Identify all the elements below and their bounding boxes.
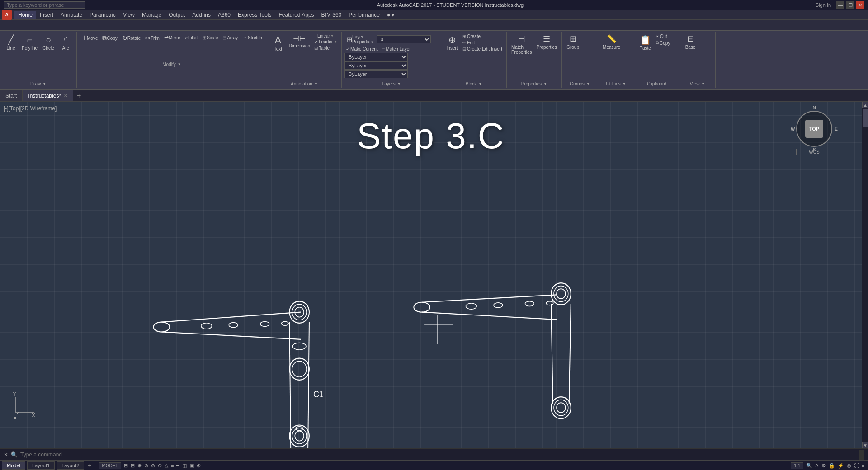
menu-annotate[interactable]: Annotate	[57, 11, 86, 19]
scroll-thumb[interactable]	[863, 109, 868, 127]
match-layer-button[interactable]: ≡ Match Layer	[381, 46, 412, 52]
osnap-icon: ⊘	[151, 463, 155, 469]
tab-start[interactable]: Start	[0, 90, 23, 101]
ribbon-group-view: ⊟ Base View ▼	[679, 32, 716, 88]
zoom-level-btn[interactable]: 1:1	[791, 462, 803, 469]
match-layer-icon: ≡	[382, 47, 385, 52]
rotate-button[interactable]: ↻ Rotate	[120, 33, 142, 43]
edit-button[interactable]: ✏ Edit	[461, 40, 504, 46]
linetype-select[interactable]: ByLayer	[344, 61, 408, 70]
compass-center[interactable]: TOP	[805, 120, 823, 138]
svg-point-6	[281, 321, 288, 325]
ribbon-group-view-inner: ⊟ Base	[681, 33, 713, 79]
table-button[interactable]: ⊞ Table	[313, 45, 339, 51]
menu-featured[interactable]: Featured Apps	[275, 11, 318, 19]
svg-point-25	[494, 303, 503, 308]
close-btn[interactable]: ✕	[856, 1, 864, 9]
menu-output[interactable]: Output	[165, 11, 189, 19]
scale-button[interactable]: ⊞ Scale	[200, 33, 220, 42]
array-button[interactable]: ⊟ Array	[221, 33, 240, 42]
command-close-btn[interactable]: ✕	[4, 451, 8, 458]
ui-lock-icon: 🔒	[829, 463, 835, 469]
xy-indicator: Y X	[9, 392, 36, 421]
linear-dropdown[interactable]: ⊣ Linear ▼	[313, 33, 339, 38]
hardware-accel-icon: ⚡	[838, 463, 844, 469]
line-button[interactable]: ╱ Line	[3, 33, 19, 52]
menu-view[interactable]: View	[119, 11, 138, 19]
insert-button[interactable]: ⊕ Insert	[444, 33, 460, 52]
svg-point-4	[229, 323, 238, 328]
trim-button[interactable]: ✂ Trim	[143, 33, 161, 43]
command-input[interactable]	[20, 451, 859, 458]
command-scrollbar[interactable]	[859, 450, 864, 460]
menu-bim[interactable]: BIM 360	[318, 11, 345, 19]
base-button[interactable]: ⊟ Base	[682, 33, 698, 51]
leader-button[interactable]: ↗ Leader ▼	[313, 39, 339, 45]
layer-properties-button[interactable]: ⊞ LayerProperties	[344, 33, 375, 45]
ribbon-group-block-inner: ⊕ Insert ⊞ Create ✏ Edit ⊟	[443, 33, 505, 79]
model-status-btn[interactable]: MODEL	[99, 462, 121, 469]
app: Autodesk AutoCAD 2017 - STUDENT VERSION …	[0, 0, 868, 470]
svg-point-34	[554, 400, 568, 416]
scroll-up-btn[interactable]: ▲	[862, 102, 868, 108]
scroll-track[interactable]	[862, 108, 868, 442]
edit-insert-button[interactable]: ⊟ Create Edit Insert	[461, 46, 504, 52]
add-layout-btn[interactable]: +	[86, 462, 93, 469]
minimize-btn[interactable]: —	[836, 1, 844, 9]
menu-insert[interactable]: Insert	[36, 11, 57, 19]
properties-button[interactable]: ☰ Properties	[535, 33, 559, 51]
menu-express[interactable]: Express Tools	[234, 11, 275, 19]
menu-manage[interactable]: Manage	[138, 11, 165, 19]
layout-tab-layout2[interactable]: Layout2	[57, 461, 84, 470]
sign-in-link[interactable]: Sign In	[816, 2, 831, 8]
svg-line-31	[551, 304, 553, 404]
fillet-button[interactable]: ⌐ Fillet	[183, 33, 199, 42]
color-select[interactable]: ByLayer	[344, 53, 408, 61]
annotation-col: ⊣ Linear ▼ ↗ Leader ▼ ⊞ Table	[313, 33, 339, 51]
mirror-button[interactable]: ⇌ Mirror	[162, 33, 182, 42]
layout-bar: Model Layout1 Layout2 + MODEL ⊞ ⊟ ⊕ ⊗ ⊘ …	[0, 460, 868, 470]
viewport-area: Start Instructables* ✕ + [-][Top][2D Wir…	[0, 90, 868, 470]
main-viewport[interactable]: [-][Top][2D Wireframe] Step 3.C	[0, 102, 862, 448]
layer-select[interactable]: 0	[377, 35, 431, 43]
circle-button[interactable]: ○ Circle	[40, 33, 57, 52]
create-button[interactable]: ⊞ Create	[461, 33, 504, 39]
group-button[interactable]: ⊞ Group	[565, 33, 581, 51]
arc-button[interactable]: ◜ Arc	[57, 33, 74, 52]
menu-a360[interactable]: A360	[214, 11, 234, 19]
move-button[interactable]: ✛ Move	[80, 33, 99, 43]
new-tab-button[interactable]: +	[73, 92, 85, 100]
dimension-button[interactable]: ⊣⊢ Dimension	[287, 33, 312, 49]
measure-button[interactable]: 📏 Measure	[601, 33, 622, 51]
copy-clip-button[interactable]: ⧉ Copy	[654, 40, 671, 46]
menu-more[interactable]: ●▼	[383, 11, 399, 19]
svg-text:C1: C1	[313, 389, 324, 399]
layout-tab-model[interactable]: Model	[2, 461, 25, 470]
copy-button[interactable]: ⧉ Copy	[100, 33, 119, 43]
scroll-down-btn[interactable]: ▼	[862, 442, 868, 448]
tab-close-instructables[interactable]: ✕	[64, 93, 67, 98]
layout-tab-layout1[interactable]: Layout1	[27, 461, 55, 470]
menu-performance[interactable]: Performance	[345, 11, 383, 19]
svg-point-12	[292, 343, 306, 350]
lineweight-select[interactable]: ByLayer	[344, 70, 408, 78]
text-icon: A	[274, 34, 281, 46]
menu-addins[interactable]: Add-ins	[189, 11, 214, 19]
svg-point-30	[557, 289, 566, 299]
maximize-btn[interactable]: ❐	[846, 1, 854, 9]
tab-instructables[interactable]: Instructables* ✕	[23, 90, 73, 101]
svg-point-0	[154, 322, 170, 332]
keyword-search[interactable]	[4, 1, 85, 9]
properties-group-label: Properties ▼	[509, 80, 560, 87]
cut-icon: ✂	[656, 34, 659, 39]
polyline-button[interactable]: ⌐ Polyline	[20, 33, 39, 52]
cut-button[interactable]: ✂ Cut	[654, 33, 671, 39]
text-button[interactable]: A Text	[270, 33, 286, 52]
match-properties-button[interactable]: ⊣ MatchProperties	[509, 33, 534, 56]
stretch-button[interactable]: ↔ Stretch	[241, 33, 264, 42]
make-current-button[interactable]: ✓ Make Current	[344, 46, 379, 52]
menu-parametric[interactable]: Parametric	[86, 11, 119, 19]
menu-home[interactable]: Home	[14, 11, 36, 19]
paste-button[interactable]: 📋 Paste	[637, 33, 653, 52]
v-scrollbar[interactable]: ▲ ▼	[862, 102, 868, 448]
